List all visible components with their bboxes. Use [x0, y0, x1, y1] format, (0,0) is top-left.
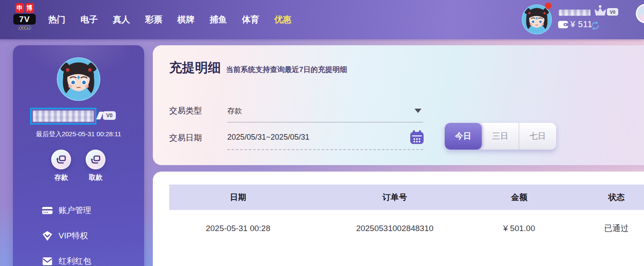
withdraw-icon	[86, 150, 105, 169]
table-cell-1: 2025-05-31 00:28	[169, 210, 307, 247]
red-packet-icon	[42, 256, 53, 266]
username-blurred	[33, 110, 94, 122]
quick-action-label: 取款	[83, 173, 108, 182]
table-row: 2025-05-31 00:2820250531002848310¥ 501.0…	[169, 210, 644, 247]
vip-gem-icon	[42, 230, 53, 241]
currency-symbol: ¥	[570, 19, 576, 29]
sidebar-avatar[interactable]	[57, 57, 100, 101]
quick-action-label: 存款	[48, 173, 74, 182]
range-three-days[interactable]: 三日	[482, 123, 519, 150]
deposit-icon	[51, 150, 71, 169]
date-range-group: 今日三日七日	[445, 123, 556, 150]
type-field-underline	[227, 122, 423, 122]
table-header-row: 日期订单号金额状态	[169, 185, 644, 210]
menu-item-vip[interactable]: VIP特权	[42, 223, 136, 248]
nav-item-8[interactable]: 优惠	[274, 14, 291, 25]
sidebar-vip-tag: V0	[98, 111, 116, 120]
table-cell-4: 已通过	[556, 210, 644, 247]
nav-item-4[interactable]: 彩票	[145, 14, 162, 25]
table-header-cell-1: 日期	[169, 185, 307, 210]
range-seven-days[interactable]: 七日	[519, 123, 556, 150]
panel-title-block: 充提明细 当前系统支持查询最近7日的充提明细	[169, 59, 347, 77]
menu-item-bonus[interactable]: 红利红包	[42, 248, 136, 266]
balance-display: ¥ 511	[570, 19, 592, 29]
refresh-balance-icon[interactable]	[591, 21, 600, 30]
filter-panel: 充提明细 当前系统支持查询最近7日的充提明细 交易类型 存款 交易日期 2025…	[153, 45, 644, 165]
table-header-cell-3: 金额	[483, 185, 556, 210]
transaction-type-select[interactable]: 存款	[227, 106, 242, 116]
sidebar-menu: 账户管理VIP特权红利红包	[42, 197, 136, 266]
table-cell-2: 20250531002848310	[307, 210, 483, 247]
brand-logo[interactable]: 申 博 7V .com	[12, 3, 37, 30]
menu-item-account[interactable]: 账户管理	[42, 197, 136, 223]
transaction-date-label: 交易日期	[169, 132, 202, 144]
nav-item-1[interactable]: 热门	[48, 14, 65, 25]
table-header-cell-2: 订单号	[307, 185, 483, 210]
notification-dot	[545, 3, 551, 9]
records-table: 日期订单号金额状态 2025-05-31 00:2820250531002848…	[169, 185, 644, 247]
calendar-icon[interactable]	[410, 130, 424, 144]
withdraw-button[interactable]: 取款	[83, 150, 108, 182]
brand-badge-right: 博	[25, 3, 34, 13]
page-subtitle: 当前系统支持查询最近7日的充提明细	[226, 65, 347, 75]
vip-level-badge: V0	[103, 111, 116, 120]
page-title: 充提明细	[169, 59, 221, 77]
username-blurred	[559, 9, 591, 16]
sidebar: V0 最后登入2025-05-31 00:28:11 存款取款 账户管理VIP特…	[13, 45, 144, 266]
transaction-type-label: 交易类型	[169, 105, 202, 116]
transaction-date-input[interactable]: 2025/05/31~2025/05/31	[227, 133, 310, 142]
brand-badges: 申 博	[12, 3, 37, 13]
account-card-icon	[42, 205, 53, 216]
nav-item-7[interactable]: 体育	[242, 14, 259, 25]
menu-item-label: VIP特权	[59, 230, 88, 241]
nav-item-3[interactable]: 真人	[113, 14, 130, 25]
menu-item-label: 账户管理	[59, 205, 91, 216]
deposit-button[interactable]: 存款	[48, 150, 74, 182]
brand-name: 7V	[13, 14, 36, 25]
main-nav: 热门电子真人彩票棋牌捕鱼体育优惠	[48, 0, 291, 39]
floating-widget-button[interactable]	[636, 4, 644, 23]
avatar-image-icon	[523, 5, 551, 34]
sidebar-username-highlight-box	[30, 108, 96, 125]
avatar-image-icon	[58, 58, 99, 100]
wallet-icon	[558, 21, 568, 28]
table-header-cell-4: 状态	[556, 185, 644, 210]
range-today[interactable]: 今日	[445, 123, 482, 150]
last-login-text: 最后登入2025-05-31 00:28:11	[13, 130, 144, 138]
nav-item-2[interactable]: 电子	[80, 14, 98, 25]
topbar: 申 博 7V .com 热门电子真人彩票棋牌捕鱼体育优惠 V0 ¥ 511	[0, 0, 644, 39]
table-cell-3: ¥ 501.00	[483, 210, 556, 247]
brand-badge-left: 申	[15, 3, 24, 13]
nav-item-6[interactable]: 捕鱼	[210, 14, 227, 25]
vip-level-badge: V0	[607, 8, 618, 16]
date-field-underline	[227, 149, 423, 150]
page: { "brand": { "badge_left": "申", "badge_r…	[0, 0, 644, 266]
records-panel: 日期订单号金额状态 2025-05-31 00:2820250531002848…	[153, 172, 644, 266]
vip-crown-icon	[592, 5, 608, 16]
nav-item-5[interactable]: 棋牌	[177, 14, 195, 25]
chevron-down-icon[interactable]	[415, 109, 421, 113]
menu-item-label: 红利红包	[59, 256, 91, 266]
quick-actions: 存款取款	[13, 150, 144, 184]
brand-suffix: .com	[12, 25, 37, 30]
